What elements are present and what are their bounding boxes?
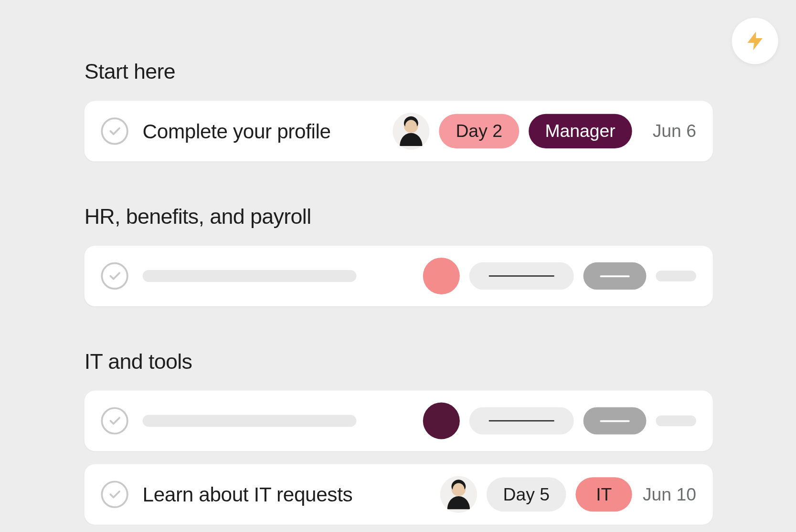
task-row[interactable]: Complete your profile Day 2 Manager Jun … [85,101,713,161]
section-heading-it: IT and tools [85,349,713,374]
pill-placeholder [584,407,647,434]
date-placeholder [656,416,696,426]
due-date: Jun 6 [642,121,696,141]
pill-placeholder [469,262,574,290]
assignee-avatar[interactable] [440,476,477,513]
day-pill[interactable]: Day 5 [487,477,566,511]
task-meta: Day 5 IT Jun 10 [440,476,696,513]
checkmark-icon[interactable] [101,481,128,508]
checkmark-icon[interactable] [101,117,128,145]
assignee-avatar[interactable] [393,113,430,149]
task-list: Start here Complete your profile Day 2 M… [0,0,796,525]
checkmark-icon[interactable] [101,262,128,290]
task-meta [423,258,696,294]
task-meta: Day 2 Manager Jun 6 [393,113,696,149]
due-date: Jun 10 [642,484,696,504]
pill-placeholder [584,262,647,290]
lightning-icon [743,30,766,52]
day-pill[interactable]: Day 2 [439,114,519,148]
task-row[interactable] [85,391,713,451]
pill-placeholder [469,407,574,434]
assignee-placeholder [423,402,460,439]
task-title: Learn about IT requests [143,483,440,506]
role-pill[interactable]: Manager [529,114,632,148]
automation-button[interactable] [732,18,778,64]
checkmark-icon[interactable] [101,407,128,434]
task-row[interactable] [85,246,713,306]
task-title-placeholder [143,415,357,427]
section-heading-hr: HR, benefits, and payroll [85,204,713,229]
section-heading-start-here: Start here [85,59,713,84]
task-row[interactable]: Learn about IT requests Day 5 IT Jun 10 [85,464,713,525]
assignee-placeholder [423,258,460,294]
role-pill[interactable]: IT [576,477,632,511]
task-title: Complete your profile [143,120,393,143]
task-title-placeholder [143,270,357,282]
date-placeholder [656,271,696,281]
task-meta [423,402,696,439]
